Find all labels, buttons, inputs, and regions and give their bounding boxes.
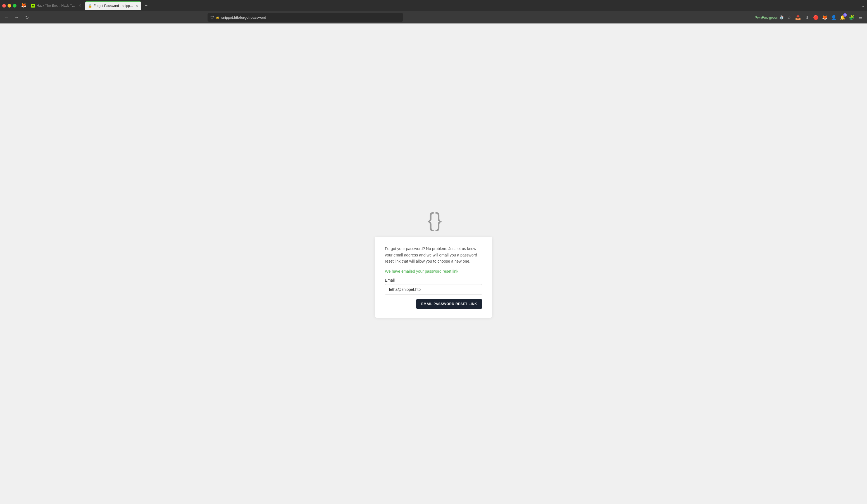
burp-icon[interactable]: 🔴 bbox=[812, 14, 820, 21]
logo-icon: { } bbox=[427, 210, 440, 230]
shield-icon: 🛡 bbox=[210, 15, 214, 20]
lock-icon: 🔒 bbox=[216, 15, 220, 19]
forgot-password-card: Forgot your password? No problem. Just l… bbox=[375, 237, 492, 318]
submit-button[interactable]: EMAIL PASSWORD RESET LINK bbox=[416, 299, 482, 309]
notifications-icon[interactable]: 🔔 9 bbox=[839, 14, 846, 21]
window-controls bbox=[2, 4, 17, 8]
menu-button[interactable]: ☰ bbox=[857, 14, 864, 21]
extension-icon1[interactable]: 🦊 bbox=[821, 14, 828, 21]
browser-page: { } Forgot your password? No problem. Ju… bbox=[0, 23, 867, 504]
browser-chrome: 🦊 H Hack The Box :: Hack The Box ✕ 🔒 For… bbox=[0, 0, 867, 23]
pocket-icon[interactable]: 📥 bbox=[794, 14, 802, 21]
firefox-icon: 🦊 bbox=[21, 3, 26, 8]
tab-forgot[interactable]: 🔒 Forgot Password - snippet.htb ✕ bbox=[85, 1, 141, 10]
form-actions: EMAIL PASSWORD RESET LINK bbox=[385, 299, 482, 309]
tab-htb-close[interactable]: ✕ bbox=[78, 4, 81, 8]
success-message: We have emailed your password reset link… bbox=[385, 269, 482, 274]
htb-favicon: H bbox=[31, 4, 35, 8]
tab-forgot-close[interactable]: ✕ bbox=[136, 4, 138, 8]
extensions-icon[interactable]: 🧩 bbox=[848, 14, 855, 21]
pwnfox-label: PwnFox-green 🧦 bbox=[755, 15, 784, 20]
back-button[interactable]: ← bbox=[3, 13, 11, 21]
new-tab-button[interactable]: + bbox=[142, 2, 150, 10]
forward-button[interactable]: → bbox=[13, 13, 21, 21]
tab-htb[interactable]: H Hack The Box :: Hack The Box ✕ bbox=[28, 1, 84, 10]
reload-button[interactable]: ↻ bbox=[23, 13, 31, 21]
tab-forgot-favicon: 🔒 bbox=[88, 4, 92, 8]
tab-htb-label: Hack The Box :: Hack The Box bbox=[36, 4, 77, 8]
email-input[interactable] bbox=[385, 284, 482, 295]
tab-list-chevron[interactable]: ⌄ bbox=[861, 3, 865, 8]
tab-forgot-label: Forgot Password - snippet.htb bbox=[94, 4, 134, 8]
toolbar-right: PwnFox-green 🧦 ☆ 📥 ⬇ 🔴 🦊 👤 🔔 9 🧩 ☰ bbox=[755, 14, 864, 21]
sync-icon[interactable]: 👤 bbox=[830, 14, 837, 21]
star-button[interactable]: ☆ bbox=[785, 14, 793, 21]
download-icon[interactable]: ⬇ bbox=[803, 14, 811, 21]
address-bar: ← → ↻ 🛡 🔒 snippet.htb/forgot-password Pw… bbox=[0, 11, 867, 23]
minimize-button[interactable] bbox=[8, 4, 11, 8]
notification-badge: 9 bbox=[843, 13, 847, 17]
card-description: Forgot your password? No problem. Just l… bbox=[385, 246, 482, 264]
tab-bar: 🦊 H Hack The Box :: Hack The Box ✕ 🔒 For… bbox=[0, 0, 867, 11]
address-field[interactable]: 🛡 🔒 snippet.htb/forgot-password bbox=[207, 13, 403, 22]
page-content: { } Forgot your password? No problem. Ju… bbox=[375, 210, 492, 318]
maximize-button[interactable] bbox=[13, 4, 17, 8]
close-button[interactable] bbox=[2, 4, 6, 8]
url-text: snippet.htb/forgot-password bbox=[221, 15, 400, 20]
email-label: Email bbox=[385, 278, 482, 282]
